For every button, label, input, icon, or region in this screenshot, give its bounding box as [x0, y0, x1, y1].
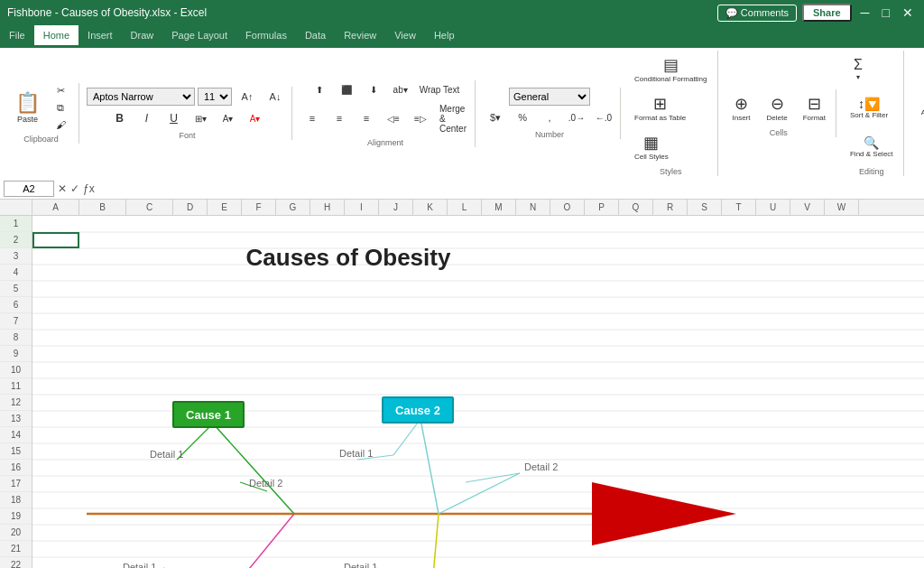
col-header-b[interactable]: B [79, 200, 126, 215]
border-button[interactable]: ⊞▾ [189, 108, 214, 128]
copy-button[interactable]: ⧉ [48, 100, 73, 116]
underline-button[interactable]: U [162, 108, 187, 128]
merge-center-button[interactable]: Merge & Center [435, 102, 471, 135]
row-header-12[interactable]: 12 [0, 395, 32, 411]
tab-file[interactable]: File [0, 25, 34, 45]
font-size-select[interactable]: 11 [198, 88, 232, 106]
tab-review[interactable]: Review [335, 25, 385, 45]
row-header-8[interactable]: 8 [0, 330, 32, 346]
col-header-f[interactable]: F [242, 200, 276, 215]
comma-button[interactable]: , [537, 107, 562, 127]
col-header-h[interactable]: H [310, 200, 345, 215]
row-header-22[interactable]: 22 [0, 557, 32, 568]
row-header-10[interactable]: 10 [0, 362, 32, 378]
tab-help[interactable]: Help [425, 25, 464, 45]
row-header-17[interactable]: 17 [0, 476, 32, 492]
insert-cells-button[interactable]: ⊕ Insert [725, 89, 758, 126]
indent-decrease-button[interactable]: ◁≡ [381, 108, 406, 128]
conditional-formatting-button[interactable]: ▤ Conditional Formatting [628, 51, 713, 87]
align-middle-button[interactable]: ⬛ [334, 80, 359, 100]
paste-button[interactable]: 📋 Paste [9, 88, 46, 126]
col-header-a[interactable]: A [32, 200, 79, 215]
fill-color-button[interactable]: A▾ [216, 108, 241, 128]
col-header-k[interactable]: K [413, 200, 448, 215]
decrease-font-button[interactable]: A↓ [263, 87, 288, 107]
row-header-15[interactable]: 15 [0, 443, 32, 460]
align-left-button[interactable]: ≡ [300, 108, 325, 128]
close-button[interactable]: ✕ [899, 5, 917, 20]
row-header-7[interactable]: 7 [0, 313, 32, 330]
align-right-button[interactable]: ≡ [354, 108, 379, 128]
tab-view[interactable]: View [385, 25, 425, 45]
tab-insert[interactable]: Insert [79, 25, 122, 45]
bold-button[interactable]: B [107, 108, 133, 128]
share-button[interactable]: Share [802, 4, 852, 22]
row-header-5[interactable]: 5 [0, 281, 32, 297]
col-header-s[interactable]: S [688, 200, 722, 215]
decrease-decimal-button[interactable]: ←.0 [591, 107, 616, 127]
col-header-e[interactable]: E [208, 200, 242, 215]
col-header-w[interactable]: W [825, 200, 859, 215]
col-header-v[interactable]: V [790, 200, 825, 215]
cancel-formula-icon[interactable]: ✕ [58, 182, 67, 195]
confirm-formula-icon[interactable]: ✓ [70, 182, 79, 195]
sum-button[interactable]: Σ ▾ [844, 51, 873, 87]
wrap-text-button[interactable]: Wrap Text [415, 80, 465, 100]
col-header-m[interactable]: M [482, 200, 516, 215]
comments-button[interactable]: 💬 Comments [717, 5, 797, 22]
row-header-9[interactable]: 9 [0, 346, 32, 362]
sort-filter-button[interactable]: ↕🔽 Sort & Filter [844, 89, 894, 126]
col-header-o[interactable]: O [550, 200, 585, 215]
format-cells-button[interactable]: ⊟ Format [797, 89, 832, 126]
format-as-table-button[interactable]: ⊞ Format as Table [628, 89, 692, 126]
delete-cells-button[interactable]: ⊖ Delete [761, 89, 794, 126]
col-header-j[interactable]: J [379, 200, 413, 215]
minimize-button[interactable]: ─ [857, 5, 873, 20]
row-header-20[interactable]: 20 [0, 525, 32, 541]
increase-decimal-button[interactable]: .0→ [564, 107, 589, 127]
cell-reference-box[interactable]: A2 [4, 181, 54, 197]
col-header-g[interactable]: G [276, 200, 310, 215]
align-bottom-button[interactable]: ⬇ [361, 80, 386, 100]
row-header-19[interactable]: 19 [0, 508, 32, 525]
font-color-button[interactable]: A▾ [243, 108, 268, 128]
indent-increase-button[interactable]: ≡▷ [408, 108, 433, 128]
increase-font-button[interactable]: A↑ [235, 87, 260, 107]
col-header-r[interactable]: R [653, 200, 688, 215]
row-header-14[interactable]: 14 [0, 427, 32, 443]
col-header-i[interactable]: I [345, 200, 379, 215]
percent-button[interactable]: % [510, 107, 535, 127]
col-header-c[interactable]: C [126, 200, 173, 215]
formula-input[interactable] [102, 181, 920, 197]
align-top-button[interactable]: ⬆ [307, 80, 332, 100]
font-name-select[interactable]: Aptos Narrow [87, 88, 195, 106]
tab-data[interactable]: Data [296, 25, 335, 45]
insert-function-icon[interactable]: ƒx [83, 182, 95, 195]
tab-home[interactable]: Home [34, 25, 79, 45]
row-header-4[interactable]: 4 [0, 265, 32, 281]
row-header-21[interactable]: 21 [0, 541, 32, 557]
row-header-11[interactable]: 11 [0, 378, 32, 395]
row-header-16[interactable]: 16 [0, 460, 32, 476]
align-center-button[interactable]: ≡ [327, 108, 352, 128]
col-header-q[interactable]: Q [619, 200, 653, 215]
row-header-3[interactable]: 3 [0, 248, 32, 265]
currency-button[interactable]: $▾ [483, 107, 508, 127]
number-format-select[interactable]: General [509, 88, 590, 106]
row-header-1[interactable]: 1 [0, 216, 32, 232]
col-header-p[interactable]: P [585, 200, 619, 215]
row-header-18[interactable]: 18 [0, 492, 32, 508]
row-header-6[interactable]: 6 [0, 297, 32, 313]
col-header-d[interactable]: D [173, 200, 208, 215]
row-header-2[interactable]: 2 [0, 232, 32, 248]
tab-draw[interactable]: Draw [122, 25, 163, 45]
format-painter-button[interactable]: 🖌 [48, 117, 73, 132]
find-select-button[interactable]: 🔍 Find & Select [844, 128, 900, 164]
col-header-n[interactable]: N [516, 200, 550, 215]
col-header-l[interactable]: L [448, 200, 482, 215]
tab-page-layout[interactable]: Page Layout [162, 25, 236, 45]
col-header-t[interactable]: T [722, 200, 756, 215]
orientation-button[interactable]: ab▾ [388, 80, 413, 100]
tab-formulas[interactable]: Formulas [236, 25, 296, 45]
cut-button[interactable]: ✂ [48, 83, 73, 98]
